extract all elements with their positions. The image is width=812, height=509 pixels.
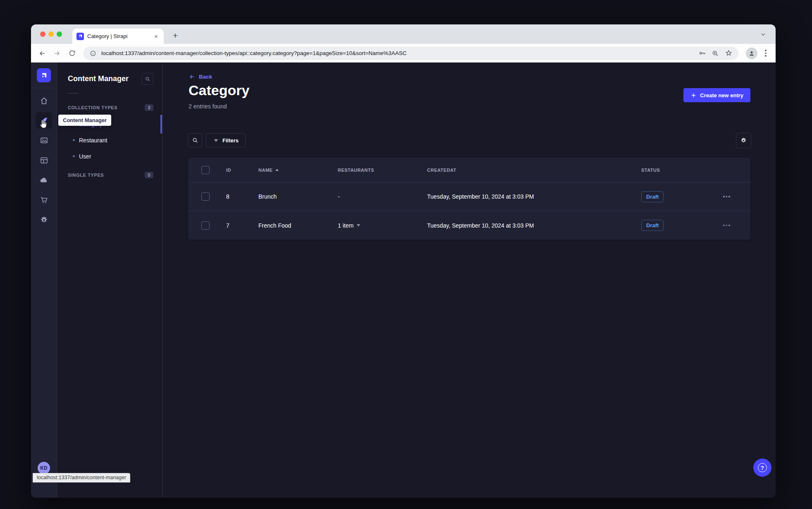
rail-divider xyxy=(31,88,57,88)
sidebar-item-restaurant[interactable]: Restaurant xyxy=(57,132,162,148)
strapi-favicon-icon xyxy=(76,33,84,40)
single-types-count-badge: 0 xyxy=(145,172,153,178)
strapi-app: KD Content Manager COLLECTION TYPES 3 xyxy=(31,62,776,497)
plus-icon xyxy=(690,92,697,98)
subnav-scrollbar-thumb[interactable] xyxy=(160,115,162,134)
user-avatar[interactable]: KD xyxy=(38,462,50,474)
subnav-title: Content Manager xyxy=(68,74,129,83)
url-bar[interactable]: localhost:1337/admin/content-manager/col… xyxy=(83,47,738,60)
cell-name: French Food xyxy=(258,222,338,229)
cell-createdat: Tuesday, September 10, 2024 at 3:03 PM xyxy=(427,193,641,200)
table-settings-gear-icon[interactable] xyxy=(736,133,751,148)
back-navigation-icon[interactable] xyxy=(36,47,48,60)
column-header-restaurants[interactable]: RESTAURANTS xyxy=(338,168,427,173)
entries-count: 2 entries found xyxy=(189,103,227,110)
cell-restaurants: 1 item xyxy=(338,222,353,229)
browser-window: Category | Strapi × + local xyxy=(31,24,776,498)
sidebar-item-cloud[interactable] xyxy=(36,172,52,188)
maximize-window-button[interactable] xyxy=(57,31,62,37)
tab-close-icon[interactable]: × xyxy=(153,32,160,40)
zoom-in-icon[interactable] xyxy=(711,49,719,58)
table-row[interactable]: 7 French Food 1 item Tuesday, September … xyxy=(188,211,750,240)
table-search-icon[interactable] xyxy=(188,133,202,147)
strapi-logo[interactable] xyxy=(37,68,51,82)
sidebar-item-media-library[interactable] xyxy=(36,132,52,149)
filter-icon xyxy=(213,137,219,144)
sidebar-item-home[interactable] xyxy=(36,92,52,109)
row-actions-ellipsis-icon[interactable] xyxy=(721,194,750,199)
browser-menu-kebab-icon[interactable] xyxy=(761,48,771,59)
create-new-entry-button[interactable]: Create new entry xyxy=(683,88,750,102)
sidebar-item-marketplace[interactable] xyxy=(36,192,52,208)
collection-types-label: COLLECTION TYPES xyxy=(68,105,117,110)
create-new-entry-label: Create new entry xyxy=(700,92,743,98)
table-row[interactable]: 8 Brunch - Tuesday, September 10, 2024 a… xyxy=(188,182,750,211)
select-all-checkbox[interactable] xyxy=(201,166,210,174)
bullet-icon xyxy=(73,155,75,157)
collection-types-count-badge: 3 xyxy=(145,104,153,111)
entries-table: ID NAME RESTAURANTS CREATEDAT STATUS 8 xyxy=(188,158,750,240)
cell-restaurants: - xyxy=(338,193,340,200)
table-header-row: ID NAME RESTAURANTS CREATEDAT STATUS xyxy=(188,158,750,182)
bullet-icon xyxy=(73,139,75,141)
sidebar-item-user[interactable]: User xyxy=(57,148,162,164)
status-badge: Draft xyxy=(641,220,664,231)
cell-id: 7 xyxy=(226,222,258,229)
sidebar-item-settings[interactable] xyxy=(36,211,52,228)
status-bar-link: localhost:1337/admin/content-manager xyxy=(33,473,130,483)
main-nav-rail: KD xyxy=(31,62,57,497)
back-label: Back xyxy=(199,74,212,80)
reload-icon[interactable] xyxy=(66,47,78,60)
cell-createdat: Tuesday, September 10, 2024 at 3:03 PM xyxy=(427,222,641,229)
cell-name: Brunch xyxy=(258,193,338,200)
status-badge: Draft xyxy=(641,191,664,202)
back-link[interactable]: Back xyxy=(189,73,212,80)
tab-title: Category | Strapi xyxy=(87,33,153,39)
sidebar-item-content-manager[interactable] xyxy=(36,112,52,129)
close-window-button[interactable] xyxy=(40,31,45,37)
traffic-lights xyxy=(40,31,62,37)
column-header-id[interactable]: ID xyxy=(226,168,258,173)
content-manager-tooltip: Content Manager xyxy=(58,115,111,126)
site-info-icon[interactable] xyxy=(89,49,97,58)
password-key-icon[interactable] xyxy=(698,49,706,58)
column-header-name[interactable]: NAME xyxy=(258,168,338,173)
page-title: Category xyxy=(189,82,249,98)
minimize-window-button[interactable] xyxy=(48,31,54,37)
sidebar-item-content-type-builder[interactable] xyxy=(36,152,52,168)
subnav-divider xyxy=(68,93,78,94)
desktop-background: Category | Strapi × + local xyxy=(0,0,812,509)
question-mark-icon: ? xyxy=(758,463,767,472)
tab-search-chevron-icon[interactable] xyxy=(760,30,770,39)
column-header-createdat[interactable]: CREATEDAT xyxy=(427,168,641,173)
filters-label: Filters xyxy=(222,137,239,144)
row-checkbox[interactable] xyxy=(201,192,210,201)
row-checkbox[interactable] xyxy=(201,221,210,230)
subnav-search-icon[interactable] xyxy=(141,73,153,85)
help-button[interactable]: ? xyxy=(753,459,771,477)
sidebar-item-label: Restaurant xyxy=(79,137,107,144)
sort-ascending-icon xyxy=(275,169,279,171)
chevron-down-icon[interactable] xyxy=(357,224,360,226)
new-tab-button[interactable]: + xyxy=(169,29,182,42)
content-manager-subnav: Content Manager COLLECTION TYPES 3 Categ… xyxy=(57,62,163,497)
row-actions-ellipsis-icon[interactable] xyxy=(721,223,750,228)
url-text[interactable]: localhost:1337/admin/content-manager/col… xyxy=(101,50,693,56)
filters-button[interactable]: Filters xyxy=(206,133,246,147)
browser-tab[interactable]: Category | Strapi × xyxy=(72,29,164,44)
bookmark-star-icon[interactable] xyxy=(724,49,733,58)
sidebar-item-label: User xyxy=(79,153,91,160)
forward-navigation-icon[interactable] xyxy=(51,47,63,60)
browser-toolbar: localhost:1337/admin/content-manager/col… xyxy=(31,44,776,62)
browser-profile-icon[interactable] xyxy=(746,48,757,59)
cell-id: 8 xyxy=(226,193,258,200)
column-header-status[interactable]: STATUS xyxy=(641,168,721,173)
single-types-label: SINGLE TYPES xyxy=(68,173,104,178)
arrow-left-icon xyxy=(189,73,196,80)
browser-tab-strip: Category | Strapi × + xyxy=(31,24,776,44)
main-content: Back Category 2 entries found Create new… xyxy=(163,62,776,497)
